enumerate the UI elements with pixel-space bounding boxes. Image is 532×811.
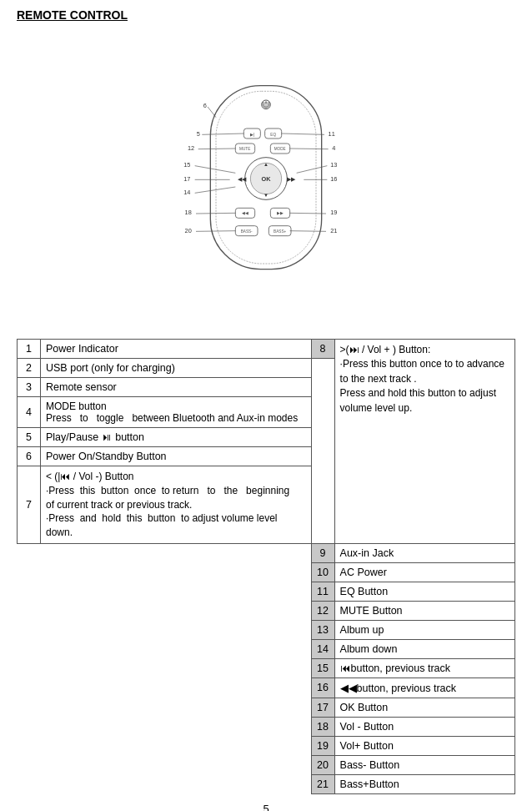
num-cell: 3 xyxy=(18,378,41,397)
remote-diagram: ▶| EQ MUTE MODE OK ◀◀ ▶▶ ▲ ▼ ◀◀ xyxy=(17,28,515,329)
svg-text:17: 17 xyxy=(183,175,190,183)
page-number: 5 xyxy=(17,803,515,811)
right-num-cell: 14 xyxy=(311,639,334,658)
svg-text:4: 4 xyxy=(332,144,335,152)
right-desc-cell: ⏮button, previous track xyxy=(334,658,514,678)
svg-text:11: 11 xyxy=(329,130,335,138)
svg-text:▶|: ▶| xyxy=(250,132,254,137)
right-desc-cell: Aux-in Jack xyxy=(334,543,514,562)
right-num-cell: 8 xyxy=(311,340,334,359)
right-desc-cell-8: >(⏭ / Vol + ) Button: ·Press this button… xyxy=(334,340,514,544)
right-num-cell: 10 xyxy=(311,562,334,582)
table-row: 10 AC Power xyxy=(18,562,515,582)
page-container: REMOTE CONTROL ▶| EQ MUTE xyxy=(0,0,532,811)
right-num-cell: 19 xyxy=(311,736,334,755)
right-desc-cell: MUTE Button xyxy=(334,601,514,620)
remote-svg: ▶| EQ MUTE MODE OK ◀◀ ▶▶ ▲ ▼ ◀◀ xyxy=(133,28,399,329)
table-row: 17 OK Button xyxy=(18,698,515,717)
right-desc-cell: Album up xyxy=(334,620,514,639)
right-desc-cell: Vol - Button xyxy=(334,717,514,736)
desc-cell: Power On/Standby Button xyxy=(41,447,312,466)
right-num-cell: 12 xyxy=(311,601,334,620)
svg-text:6: 6 xyxy=(203,102,207,109)
svg-text:MUTE: MUTE xyxy=(239,147,250,151)
svg-text:19: 19 xyxy=(330,209,337,216)
svg-text:▶▶: ▶▶ xyxy=(287,176,296,182)
svg-line-29 xyxy=(208,107,216,118)
right-num-cell: 11 xyxy=(311,582,334,601)
desc-cell: MODE button Press to toggle between Blue… xyxy=(41,397,312,428)
right-desc-cell: Bass- Button xyxy=(334,755,514,774)
right-desc-cell: Album down xyxy=(334,639,514,658)
svg-text:14: 14 xyxy=(183,189,190,196)
right-desc-cell: ◀◀button, previous track xyxy=(334,678,514,698)
right-num-cell: 15 xyxy=(311,658,334,678)
table-row: 15 ⏮button, previous track xyxy=(18,658,515,678)
desc-cell: Play/Pause ⏯ button xyxy=(41,428,312,447)
svg-text:◀◀: ◀◀ xyxy=(238,176,247,182)
svg-text:▶▶: ▶▶ xyxy=(277,210,284,215)
table-row: 16 ◀◀button, previous track xyxy=(18,678,515,698)
svg-text:20: 20 xyxy=(185,227,192,234)
svg-text:18: 18 xyxy=(185,209,192,216)
right-desc-cell: EQ Button xyxy=(334,582,514,601)
num-cell: 1 xyxy=(18,340,41,359)
svg-text:13: 13 xyxy=(330,161,337,169)
table-row: 1 Power Indicator 8 >(⏭ / Vol + ) Button… xyxy=(18,340,515,359)
right-num-cell: 16 xyxy=(311,678,334,698)
right-desc-cell: AC Power xyxy=(334,562,514,582)
right-num-cell: 17 xyxy=(311,698,334,717)
table-row: 20 Bass- Button xyxy=(18,755,515,774)
table-row: 21 Bass+Button xyxy=(18,774,515,793)
svg-text:5: 5 xyxy=(197,130,200,138)
svg-text:▼: ▼ xyxy=(263,193,269,198)
right-desc-cell: Bass+Button xyxy=(334,774,514,793)
right-num-cell: 18 xyxy=(311,717,334,736)
num-cell: 4 xyxy=(18,397,41,428)
right-desc-cell: OK Button xyxy=(334,698,514,717)
svg-text:◀◀: ◀◀ xyxy=(242,210,248,215)
table-row: 12 MUTE Button xyxy=(18,601,515,620)
desc-cell: Power Indicator xyxy=(41,340,312,359)
table-row: 19 Vol+ Button xyxy=(18,736,515,755)
right-num-cell: 21 xyxy=(311,774,334,793)
svg-text:16: 16 xyxy=(330,175,337,183)
svg-text:12: 12 xyxy=(188,144,194,152)
right-num-cell: 13 xyxy=(311,620,334,639)
table-row: 9 Aux-in Jack xyxy=(18,543,515,562)
num-cell: 7 xyxy=(18,466,41,544)
svg-text:▲: ▲ xyxy=(263,162,269,167)
table-row: 13 Album up xyxy=(18,620,515,639)
table-row: 11 EQ Button xyxy=(18,582,515,601)
svg-text:BASS-: BASS- xyxy=(241,229,253,234)
svg-text:OK: OK xyxy=(262,175,272,183)
desc-cell: Remote sensor xyxy=(41,378,312,397)
right-num-cell: 9 xyxy=(311,543,334,562)
num-cell: 5 xyxy=(18,428,41,447)
right-num-cell: 20 xyxy=(311,755,334,774)
svg-text:EQ: EQ xyxy=(270,133,276,137)
table-row: 18 Vol - Button xyxy=(18,717,515,736)
svg-text:15: 15 xyxy=(183,161,190,169)
svg-text:MODE: MODE xyxy=(274,147,286,151)
info-table: 1 Power Indicator 8 >(⏭ / Vol + ) Button… xyxy=(17,339,515,794)
num-cell: 6 xyxy=(18,447,41,466)
right-desc-cell: Vol+ Button xyxy=(334,736,514,755)
table-row: 14 Album down xyxy=(18,639,515,658)
page-title: REMOTE CONTROL xyxy=(17,8,515,22)
desc-cell: USB port (only for charging) xyxy=(41,359,312,378)
num-cell: 2 xyxy=(18,359,41,378)
svg-text:21: 21 xyxy=(330,227,337,234)
svg-text:BASS+: BASS+ xyxy=(274,229,286,234)
desc-cell: < (|⏮ / Vol -) Button ·Press this button… xyxy=(41,466,312,544)
